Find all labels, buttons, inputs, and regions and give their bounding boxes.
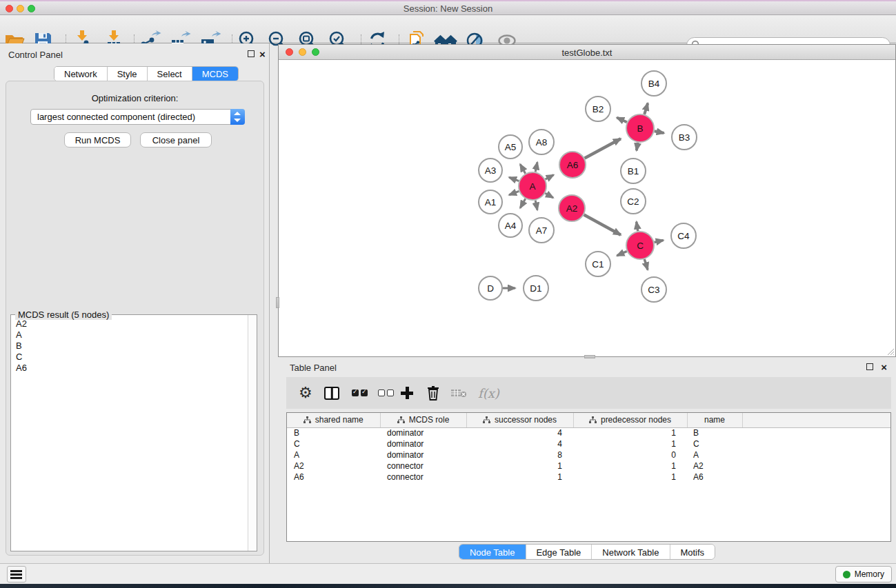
table-cell[interactable]: 1 [573, 460, 687, 472]
table-row[interactable]: A2connector11A2 [287, 460, 890, 472]
float-table-panel-icon[interactable] [866, 363, 873, 370]
graph-node-label-B3: B3 [679, 132, 690, 143]
graph-edge-A-A3[interactable] [509, 177, 519, 181]
graph-node-label-A1: A1 [485, 197, 497, 207]
result-scrollbar[interactable] [248, 315, 257, 551]
table-cell[interactable]: B [687, 427, 742, 438]
table-cell[interactable]: A6 [287, 472, 380, 483]
graph-edge-B-B3[interactable] [655, 131, 664, 133]
network-title: testGlobe.txt [279, 48, 895, 58]
table-cell[interactable]: C [287, 438, 380, 449]
table-row[interactable]: Bdominator41B [287, 427, 890, 438]
vertical-divider-grip[interactable] [276, 297, 279, 308]
network-canvas[interactable]: B4B2BB3A5A8A6A3B1AA1C2A2A4A7C4CC1DD1C3 [279, 60, 895, 356]
network-window-titlebar[interactable]: testGlobe.txt [279, 45, 895, 60]
table-cell[interactable]: dominator [380, 449, 466, 460]
graph-edge-C-C3[interactable] [644, 259, 648, 270]
table-cell[interactable]: connector [380, 472, 466, 483]
mcds-result-item[interactable]: A6 [11, 363, 247, 374]
table-cell[interactable]: connector [380, 460, 466, 472]
graph-edge-A-A5[interactable] [520, 164, 526, 173]
column-type-icon [589, 416, 597, 424]
mcds-result-item[interactable]: B [11, 341, 247, 352]
run-mcds-button[interactable]: Run MCDS [64, 132, 131, 148]
delete-columns-icon[interactable] [426, 383, 440, 403]
mcds-result-item[interactable]: A [11, 330, 247, 341]
close-panel-icon[interactable]: × [259, 51, 266, 58]
table-cell[interactable]: A2 [687, 460, 742, 472]
table-cell[interactable]: 1 [573, 427, 687, 438]
graph-edge-B-B4[interactable] [644, 103, 648, 114]
tab-mcds[interactable]: MCDS [192, 67, 238, 81]
table-cell[interactable]: 1 [466, 472, 573, 483]
optimization-criterion-label: Optimization criterion: [6, 93, 263, 103]
header-name[interactable]: name [687, 413, 742, 427]
toggle-columns-icon[interactable] [324, 383, 339, 403]
table-row[interactable]: Cdominator41C [287, 438, 890, 449]
float-panel-icon[interactable] [248, 50, 255, 57]
graph-edge-A-A7[interactable] [535, 201, 537, 210]
tab-network-table[interactable]: Network Table [592, 545, 670, 559]
graph-node-label-C3: C3 [648, 285, 659, 295]
table-cell[interactable]: 4 [466, 438, 573, 449]
mcds-result-list[interactable]: A2ABCA6 [11, 318, 247, 551]
header-successor-nodes[interactable]: successor nodes [466, 413, 573, 427]
table-cell[interactable]: 4 [466, 427, 573, 438]
deselect-all-rows-icon[interactable] [378, 383, 396, 403]
tab-style[interactable]: Style [108, 67, 148, 81]
graph-node-label-D1: D1 [530, 283, 541, 294]
header-predecessor-nodes[interactable]: predecessor nodes [573, 413, 687, 427]
table-cell[interactable]: dominator [380, 427, 466, 438]
graph-edge-B-B1[interactable] [637, 143, 638, 151]
graph-edge-B-B2[interactable] [617, 118, 627, 123]
memory-button[interactable]: Memory [835, 566, 892, 582]
criterion-dropdown[interactable]: largest connected component (directed) [30, 109, 245, 125]
table-cell-filler [742, 460, 890, 472]
mcds-result-item[interactable]: C [11, 352, 247, 363]
table-cell[interactable]: dominator [380, 438, 466, 449]
graph-edge-A2-C[interactable] [584, 215, 621, 235]
table-cell[interactable]: 1 [466, 460, 573, 472]
tab-motifs[interactable]: Motifs [670, 545, 715, 559]
header-mcds-role[interactable]: MCDS role [380, 413, 466, 427]
table-cell[interactable]: A [687, 449, 742, 460]
table-cell[interactable]: 0 [573, 449, 687, 460]
table-cell[interactable]: B [287, 427, 380, 438]
network-graph[interactable]: B4B2BB3A5A8A6A3B1AA1C2A2A4A7C4CC1DD1C3 [279, 60, 895, 357]
graph-edge-A-A8[interactable] [535, 162, 537, 172]
close-table-panel-icon[interactable]: × [881, 364, 887, 371]
table-cell[interactable]: 1 [573, 438, 687, 449]
graph-edge-A6-B[interactable] [585, 139, 621, 158]
session-title: Session: New Session [0, 3, 896, 14]
graph-edge-A-A4[interactable] [520, 199, 526, 207]
add-column-icon[interactable] [401, 383, 413, 403]
settings-gear-icon[interactable]: ⚙ [299, 383, 312, 403]
table-header-row: shared name MCDS role successor nodes pr… [287, 413, 890, 427]
resize-grip-icon[interactable] [886, 347, 895, 356]
graph-edge-C-C4[interactable] [654, 241, 663, 243]
tab-select[interactable]: Select [148, 67, 192, 81]
close-panel-button[interactable]: Close panel [140, 132, 212, 148]
table-row[interactable]: A6connector11A6 [287, 472, 890, 483]
table-cell[interactable]: A2 [287, 460, 380, 472]
tab-node-table[interactable]: Node Table [459, 545, 526, 559]
mcds-result-item[interactable]: A2 [11, 318, 247, 330]
table-row[interactable]: Adominator80A [287, 449, 890, 460]
table-cell[interactable]: 1 [573, 472, 687, 483]
table-cell[interactable]: C [687, 438, 742, 449]
graph-edge-A-A6[interactable] [546, 175, 554, 179]
tab-network[interactable]: Network [54, 67, 108, 81]
graph-edge-A-A2[interactable] [545, 193, 553, 198]
graph-edge-C-C1[interactable] [617, 251, 626, 255]
header-shared-name[interactable]: shared name [287, 413, 380, 427]
task-history-button[interactable] [7, 566, 26, 582]
table-cell[interactable]: A [287, 449, 380, 460]
table-cell[interactable]: A6 [687, 472, 742, 483]
select-all-rows-icon[interactable] [352, 383, 370, 403]
graph-edge-A-A1[interactable] [509, 191, 519, 194]
node-table[interactable]: shared name MCDS role successor nodes pr… [286, 412, 891, 542]
table-cell-filler [742, 427, 890, 438]
graph-edge-C-C2[interactable] [637, 222, 638, 232]
table-cell[interactable]: 8 [466, 449, 573, 460]
tab-edge-table[interactable]: Edge Table [526, 545, 592, 559]
